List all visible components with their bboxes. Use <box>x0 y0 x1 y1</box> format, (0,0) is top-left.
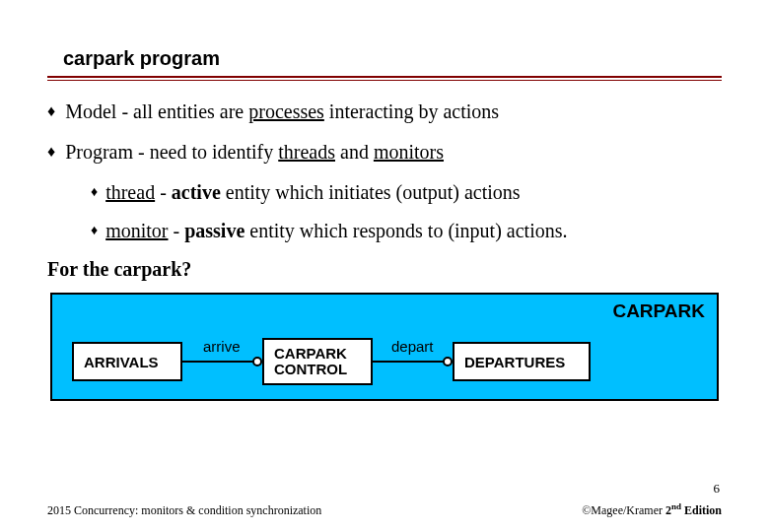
diamond-icon: ♦ <box>91 218 98 244</box>
edition-post: Edition <box>681 503 722 517</box>
edition-sup: nd <box>671 501 681 511</box>
text: and <box>335 141 374 163</box>
box-label: DEPARTURES <box>464 354 565 370</box>
connector-dot <box>252 357 262 366</box>
box-label-line2: CONTROL <box>274 362 347 378</box>
question-text: For the carpark? <box>47 258 722 281</box>
connector-line <box>182 361 257 363</box>
bold-passive: passive <box>184 220 245 241</box>
sub-bullet-monitor: ♦ monitor - passive entity which respond… <box>91 218 722 244</box>
diamond-icon: ♦ <box>47 139 55 166</box>
box-departures: DEPARTURES <box>453 342 591 381</box>
bullet-list: ♦ Model - all entities are processes int… <box>47 99 722 244</box>
box-arrivals: ARRIVALS <box>72 342 182 381</box>
page-number: 6 <box>714 481 721 497</box>
diamond-icon: ♦ <box>47 99 55 125</box>
copyright-pre: ©Magee/Kramer <box>582 503 665 517</box>
underline-threads: threads <box>278 141 335 163</box>
label-depart: depart <box>391 338 434 355</box>
underline-monitors: monitors <box>374 141 444 163</box>
bullet-program: ♦ Program - need to identify threads and… <box>47 139 722 166</box>
slide-title: carpark program <box>63 47 722 70</box>
text: interacting by actions <box>324 100 499 122</box>
connector-line <box>373 361 448 363</box>
connector-dot <box>443 357 453 366</box>
box-label-line1: CARPARK <box>274 346 347 363</box>
bullet-model: ♦ Model - all entities are processes int… <box>47 99 722 125</box>
diamond-icon: ♦ <box>91 179 98 206</box>
label-arrive: arrive <box>203 338 241 355</box>
box-control: CARPARK CONTROL <box>262 338 373 385</box>
text: Model - all entities are <box>65 100 248 122</box>
divider-top <box>47 76 722 78</box>
carpark-diagram: CARPARK ARRIVALS arrive CARPARK CONTROL … <box>50 293 719 401</box>
underline-monitor: monitor <box>105 220 168 241</box>
sub-bullet-thread: ♦ thread - active entity which initiates… <box>91 179 722 206</box>
box-label: ARRIVALS <box>84 354 159 370</box>
text: entity which initiates (output) actions <box>221 181 521 203</box>
diagram-title: CARPARK <box>612 300 705 322</box>
slide-footer: 2015 Concurrency: monitors & condition s… <box>47 501 722 518</box>
footer-right: ©Magee/Kramer 2nd Edition <box>582 501 722 518</box>
text: entity which responds to (input) actions… <box>245 220 567 241</box>
underline-thread: thread <box>105 181 155 203</box>
text: - <box>169 220 185 241</box>
underline-processes: processes <box>248 100 324 122</box>
bold-active: active <box>172 181 221 203</box>
text: - <box>155 181 172 203</box>
divider-bottom <box>47 80 722 81</box>
text: Program - need to identify <box>65 141 278 163</box>
footer-left: 2015 Concurrency: monitors & condition s… <box>47 503 321 518</box>
